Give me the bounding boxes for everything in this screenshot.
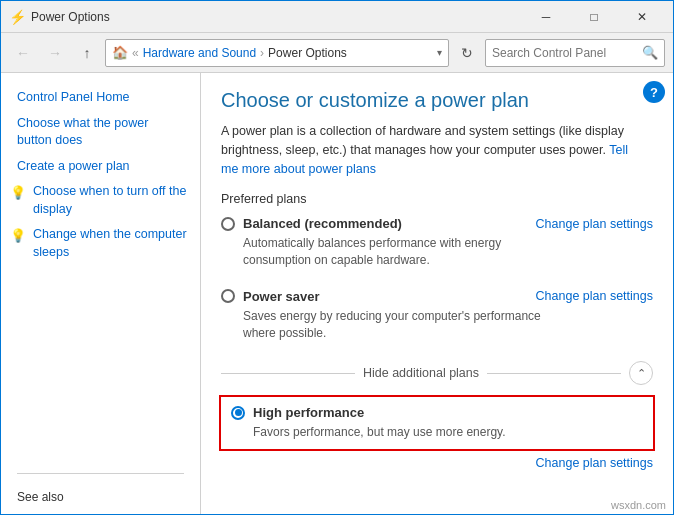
sidebar-item-computer-sleeps[interactable]: 💡 Change when the computer sleeps [1,222,200,265]
display-icon: 💡 [9,184,27,202]
help-button[interactable]: ? [643,81,665,103]
address-dropdown-icon[interactable]: ▾ [437,47,442,58]
plan-radio-label-balanced: Balanced (recommended) [221,216,402,231]
change-plan-link-power-saver[interactable]: Change plan settings [536,289,653,303]
search-icon: 🔍 [642,45,658,60]
plan-header-power-saver: Power saver Change plan settings [221,289,653,304]
separator-line-left [221,373,355,374]
address-bar: 🏠 « Hardware and Sound › Power Options ▾ [105,39,449,67]
forward-button[interactable]: → [41,39,69,67]
breadcrumb: « Hardware and Sound › Power Options [132,46,347,60]
sidebar-item-power-button[interactable]: Choose what the power button does [1,111,200,154]
change-plan-link-balanced[interactable]: Change plan settings [536,217,653,231]
maximize-button[interactable]: □ [571,1,617,33]
plan-header-high-performance: High performance [231,405,643,420]
breadcrumb-current: Power Options [268,46,347,60]
hide-additional-label: Hide additional plans [363,366,479,380]
plan-radio-label-power-saver: Power saver [221,289,320,304]
plan-item-balanced: Balanced (recommended) Change plan setti… [221,216,653,279]
sidebar-divider [17,473,184,474]
main-content: ? Choose or customize a power plan A pow… [201,73,673,514]
radio-balanced[interactable] [221,217,235,231]
plan-name-balanced: Balanced (recommended) [243,216,402,231]
title-bar-buttons: ─ □ ✕ [523,1,665,33]
plan-desc-balanced: Automatically balances performance with … [243,235,563,269]
back-button[interactable]: ← [9,39,37,67]
watermark: wsxdn.com [611,499,666,511]
highlighted-plan-box: High performance Favors performance, but… [219,395,655,451]
radio-high-performance[interactable] [231,406,245,420]
plan-item-high-performance: High performance Favors performance, but… [221,395,653,480]
collapse-additional-button[interactable]: ⌃ [629,361,653,385]
plan-name-high-performance: High performance [253,405,364,420]
radio-power-saver[interactable] [221,289,235,303]
search-input[interactable] [492,46,638,60]
title-bar-icon: ⚡ [9,9,25,25]
sidebar-item-create-plan[interactable]: Create a power plan [1,154,200,180]
plan-desc-high-performance: Favors performance, but may use more ene… [253,424,573,441]
breadcrumb-arrow: › [260,46,264,60]
breadcrumb-separator: « [132,46,139,60]
toolbar: ← → ↑ 🏠 « Hardware and Sound › Power Opt… [1,33,673,73]
address-bar-icon: 🏠 [112,45,128,60]
change-plan-link-high-performance[interactable]: Change plan settings [536,456,653,470]
plan-name-power-saver: Power saver [243,289,320,304]
refresh-button[interactable]: ↻ [453,39,481,67]
plan-header-balanced: Balanced (recommended) Change plan setti… [221,216,653,231]
plan-radio-label-high-performance: High performance [231,405,364,420]
up-button[interactable]: ↑ [73,39,101,67]
sidebar-item-turn-off-display[interactable]: 💡 Choose when to turn off the display [1,179,200,222]
content-area: Control Panel Home Choose what the power… [1,73,673,514]
sidebar: Control Panel Home Choose what the power… [1,73,201,514]
additional-plans-separator: Hide additional plans ⌃ [221,361,653,385]
page-description: A power plan is a collection of hardware… [221,122,641,178]
main-window: ⚡ Power Options ─ □ ✕ ← → ↑ 🏠 « Hardware… [0,0,674,515]
title-bar: ⚡ Power Options ─ □ ✕ [1,1,673,33]
separator-line-right [487,373,621,374]
plan-desc-power-saver: Saves energy by reducing your computer's… [243,308,563,342]
breadcrumb-hardware[interactable]: Hardware and Sound [143,46,256,60]
title-bar-text: Power Options [31,10,523,24]
search-box: 🔍 [485,39,665,67]
preferred-plans-heading: Preferred plans [221,192,653,206]
sleep-icon: 💡 [9,227,27,245]
see-also-label: See also [1,482,200,508]
minimize-button[interactable]: ─ [523,1,569,33]
sidebar-item-control-panel-home[interactable]: Control Panel Home [1,85,200,111]
close-button[interactable]: ✕ [619,1,665,33]
page-title: Choose or customize a power plan [221,89,653,112]
plan-item-power-saver: Power saver Change plan settings Saves e… [221,289,653,352]
sidebar-item-user-accounts[interactable]: User Accounts [1,508,200,514]
